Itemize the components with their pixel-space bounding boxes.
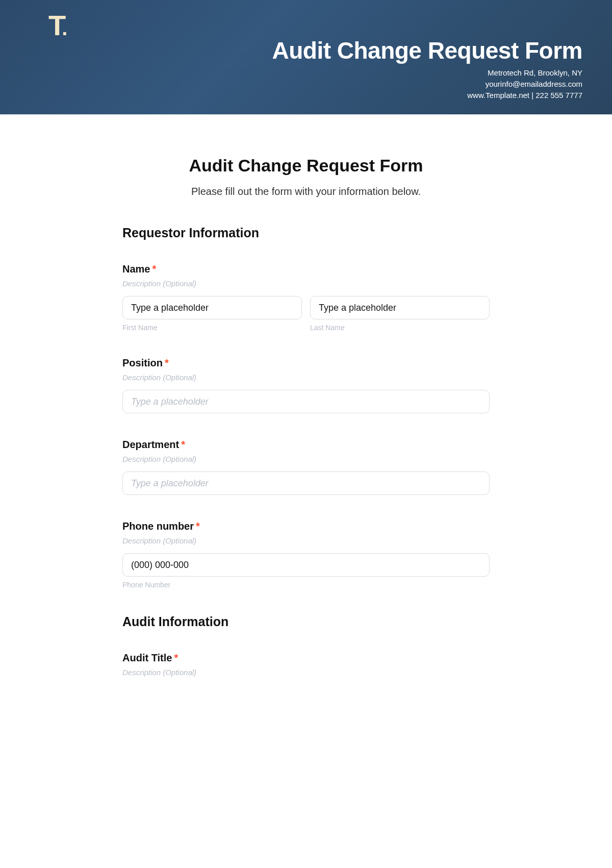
label-audit-title-text: Audit Title — [122, 652, 172, 663]
last-name-input[interactable] — [310, 296, 490, 319]
position-input[interactable] — [122, 390, 490, 413]
required-mark: * — [165, 357, 169, 368]
required-mark: * — [152, 263, 156, 275]
required-mark: * — [181, 439, 185, 450]
page-subtitle: Please fill out the form with your infor… — [122, 186, 490, 197]
caption-last-name: Last Name — [310, 324, 490, 332]
desc-department: Description (Optional) — [122, 455, 490, 463]
desc-name: Description (Optional) — [122, 279, 490, 288]
hero-title: Audit Change Request Form — [272, 37, 582, 64]
label-audit-title: Audit Title* — [122, 652, 490, 664]
required-mark: * — [174, 652, 178, 663]
hero-site-phone: www.Template.net | 222 555 7777 — [467, 90, 582, 101]
section-audit-heading: Audit Information — [122, 614, 490, 629]
caption-phone: Phone Number — [122, 581, 490, 589]
phone-input[interactable] — [122, 553, 490, 577]
hero-meta: Metrotech Rd, Brooklyn, NY yourinfo@emai… — [467, 67, 582, 101]
caption-first-name: First Name — [122, 324, 302, 332]
label-position-text: Position — [122, 357, 163, 368]
desc-phone: Description (Optional) — [122, 536, 490, 545]
form-body: Audit Change Request Form Please fill ou… — [122, 115, 490, 705]
label-phone-text: Phone number — [122, 520, 194, 532]
page-title: Audit Change Request Form — [122, 156, 490, 176]
field-name: Name* Description (Optional) First Name … — [122, 263, 490, 332]
label-department: Department* — [122, 439, 490, 451]
field-phone: Phone number* Description (Optional) Pho… — [122, 520, 490, 589]
field-audit-title: Audit Title* Description (Optional) — [122, 652, 490, 677]
label-phone: Phone number* — [122, 520, 490, 532]
brand-logo: T. — [48, 11, 66, 40]
hero-address: Metrotech Rd, Brooklyn, NY — [467, 67, 582, 79]
logo-dot: . — [62, 17, 66, 39]
field-department: Department* Description (Optional) — [122, 439, 490, 495]
hero-banner: T. Audit Change Request Form Metrotech R… — [0, 0, 612, 115]
section-requestor-heading: Requestor Information — [122, 226, 490, 240]
hero-email: yourinfo@emailaddress.com — [467, 79, 582, 90]
label-position: Position* — [122, 357, 490, 369]
department-input[interactable] — [122, 472, 490, 495]
label-name-text: Name — [122, 263, 150, 275]
field-position: Position* Description (Optional) — [122, 357, 490, 413]
label-name: Name* — [122, 263, 490, 275]
label-department-text: Department — [122, 439, 179, 450]
first-name-input[interactable] — [122, 296, 302, 319]
desc-audit-title: Description (Optional) — [122, 668, 490, 677]
desc-position: Description (Optional) — [122, 373, 490, 382]
required-mark: * — [196, 520, 200, 532]
